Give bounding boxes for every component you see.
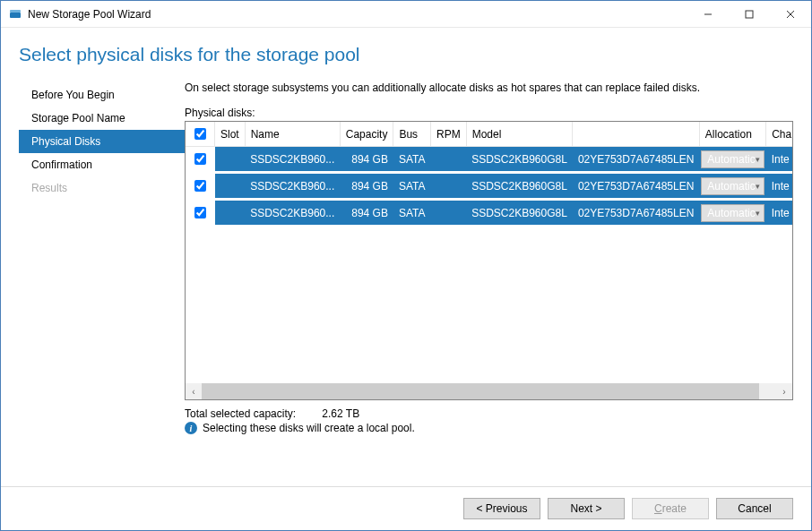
cell-bus: SATA (393, 147, 431, 173)
allocation-dropdown[interactable]: Automatic▾ (701, 204, 764, 222)
header-bus[interactable]: Bus (393, 122, 431, 147)
select-all-checkbox[interactable] (194, 128, 206, 140)
step-confirmation[interactable]: Confirmation (19, 153, 185, 176)
horizontal-scrollbar[interactable]: ‹ › (186, 383, 792, 399)
cell-model: SSDSC2KB960G8L (466, 200, 573, 227)
step-results: Results (19, 176, 185, 200)
cell-slot (215, 147, 246, 173)
header-name[interactable]: Name (245, 122, 340, 147)
cell-chassis: Inte (766, 173, 792, 200)
cell-slot (215, 200, 246, 227)
cell-serial: 02YE753D7A67485LEN (573, 147, 699, 173)
cell-name: SSDSC2KB960... (245, 200, 340, 227)
cell-allocation[interactable]: Automatic▾ (699, 173, 765, 200)
previous-button[interactable]: < Previous (463, 498, 540, 519)
svg-rect-1 (10, 10, 21, 13)
chevron-down-icon: ▾ (756, 155, 760, 164)
cell-capacity: 894 GB (340, 173, 393, 200)
row-checkbox-cell[interactable] (186, 200, 215, 227)
row-checkbox-cell[interactable] (186, 173, 215, 200)
create-button: Create (632, 498, 709, 519)
summary: Total selected capacity: 2.62 TB i Selec… (185, 407, 793, 434)
scroll-left-icon[interactable]: ‹ (186, 383, 202, 399)
header-serial[interactable] (573, 122, 699, 147)
step-before-you-begin[interactable]: Before You Begin (19, 83, 185, 107)
chevron-down-icon: ▾ (756, 182, 760, 191)
window-title: New Storage Pool Wizard (28, 8, 151, 21)
cell-capacity: 894 GB (340, 147, 393, 173)
allocation-dropdown[interactable]: Automatic▾ (701, 177, 764, 195)
maximize-button[interactable] (729, 1, 770, 28)
wizard-steps: Before You Begin Storage Pool Name Physi… (19, 81, 185, 486)
scroll-right-icon[interactable]: › (776, 383, 792, 399)
header-slot[interactable]: Slot (215, 122, 246, 147)
cell-name: SSDSC2KB960... (245, 173, 340, 200)
cell-model: SSDSC2KB960G8L (466, 173, 573, 200)
table-label: Physical disks: (185, 107, 793, 119)
header-rpm[interactable]: RPM (431, 122, 467, 147)
wizard-window: New Storage Pool Wizard Select physical … (0, 0, 812, 531)
cell-name: SSDSC2KB960... (245, 147, 340, 173)
total-capacity-value: 2.62 TB (322, 407, 359, 420)
cell-rpm (431, 173, 467, 200)
svg-rect-0 (10, 13, 21, 18)
titlebar: New Storage Pool Wizard (1, 1, 811, 28)
content-area: Select physical disks for the storage po… (1, 28, 811, 486)
cell-serial: 02YE753D7A67485LEN (573, 200, 699, 227)
step-storage-pool-name[interactable]: Storage Pool Name (19, 107, 185, 130)
row-checkbox[interactable] (194, 153, 206, 165)
table-row[interactable]: SSDSC2KB960...894 GBSATASSDSC2KB960G8L02… (186, 147, 792, 173)
cell-bus: SATA (393, 173, 431, 200)
info-text: Selecting these disks will create a loca… (203, 422, 415, 434)
header-capacity[interactable]: Capacity (340, 122, 393, 147)
cell-chassis: Inte (766, 200, 792, 227)
row-checkbox[interactable] (194, 207, 206, 218)
app-icon (8, 7, 22, 21)
allocation-dropdown[interactable]: Automatic▾ (701, 150, 764, 168)
header-chassis[interactable]: Cha (766, 122, 792, 147)
cell-capacity: 894 GB (340, 200, 393, 227)
disk-grid: Slot Name Capacity Bus RPM Model Allocat… (185, 121, 793, 400)
footer-buttons: < Previous Next > Create Cancel (1, 486, 811, 530)
cell-bus: SATA (393, 200, 431, 227)
intro-text: On select storage subsystems you can add… (185, 81, 793, 94)
cell-allocation[interactable]: Automatic▾ (699, 200, 765, 227)
header-row: Slot Name Capacity Bus RPM Model Allocat… (186, 122, 792, 147)
info-icon: i (185, 422, 197, 434)
main-panel: On select storage subsystems you can add… (185, 81, 793, 486)
row-checkbox-cell[interactable] (186, 147, 215, 173)
scroll-thumb[interactable] (202, 383, 759, 399)
cell-rpm (431, 147, 467, 173)
header-model[interactable]: Model (466, 122, 573, 147)
header-allocation[interactable]: Allocation (699, 122, 765, 147)
cell-serial: 02YE753D7A67485LEN (573, 173, 699, 200)
header-select-all[interactable] (186, 122, 215, 147)
cell-model: SSDSC2KB960G8L (466, 147, 573, 173)
step-physical-disks[interactable]: Physical Disks (19, 130, 185, 153)
cell-slot (215, 173, 246, 200)
cell-chassis: Inte (766, 147, 792, 173)
cancel-button[interactable]: Cancel (716, 498, 793, 519)
svg-rect-3 (746, 11, 753, 18)
total-capacity-label: Total selected capacity: (185, 407, 319, 420)
chevron-down-icon: ▾ (756, 209, 760, 218)
table-row[interactable]: SSDSC2KB960...894 GBSATASSDSC2KB960G8L02… (186, 173, 792, 200)
next-button[interactable]: Next > (548, 498, 625, 519)
table-row[interactable]: SSDSC2KB960...894 GBSATASSDSC2KB960G8L02… (186, 200, 792, 227)
page-title: Select physical disks for the storage po… (19, 44, 793, 65)
close-button[interactable] (770, 1, 811, 28)
cell-allocation[interactable]: Automatic▾ (699, 147, 765, 173)
cell-rpm (431, 200, 467, 227)
row-checkbox[interactable] (194, 180, 206, 192)
minimize-button[interactable] (687, 1, 729, 28)
